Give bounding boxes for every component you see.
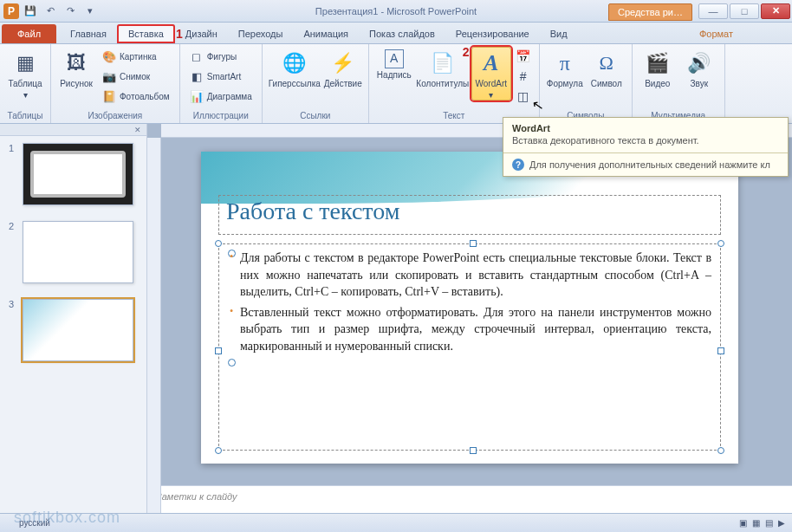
clipart-button[interactable]: 🎨Картинка <box>98 47 174 66</box>
callout-1: 1 <box>176 27 183 41</box>
table-button[interactable]: ▦ Таблица ▾ <box>5 47 45 101</box>
tooltip-body: Вставка декоративного текста в документ. <box>503 135 788 152</box>
slidenumber-button[interactable]: # <box>513 67 534 86</box>
slide-area[interactable]: Работа с текстом Для работы с текстом в … <box>147 138 792 485</box>
shapes-button[interactable]: ◻Фигуры <box>185 47 256 66</box>
audio-label: Звук <box>691 79 709 88</box>
chevron-down-icon: ▾ <box>489 90 493 100</box>
wordart-button[interactable]: A WordArt ▾ <box>471 47 511 101</box>
view-normal-icon[interactable]: ▣ <box>739 518 747 528</box>
maximize-button[interactable]: □ <box>730 3 759 19</box>
symbol-icon: Ω <box>593 49 620 77</box>
symbol-button[interactable]: Ω Символ <box>587 47 626 89</box>
minimize-button[interactable]: — <box>698 3 728 19</box>
shapes-icon: ◻ <box>190 49 204 63</box>
tab-animation[interactable]: Анимация <box>293 24 359 43</box>
quick-access-toolbar: P 💾 ↶ ↷ ▾ <box>0 3 99 20</box>
headerfooter-button[interactable]: 📄 Колонтитулы <box>416 47 470 89</box>
tab-insert[interactable]: Вставка 1 <box>117 24 175 43</box>
bullet-item: Для работы с текстом в редакторе PowerPo… <box>228 250 711 301</box>
datetime-button[interactable]: 📅 <box>513 47 534 66</box>
tab-home[interactable]: Главная <box>60 24 117 43</box>
title-textbox[interactable]: Работа с текстом <box>218 195 721 235</box>
video-button[interactable]: 🎬 Видео <box>638 47 678 89</box>
picture-button[interactable]: 🖼 Рисунок <box>56 47 96 89</box>
thumbnail-row[interactable]: 2 <box>9 221 138 283</box>
thumbnail-slide[interactable] <box>23 299 133 361</box>
help-icon: ? <box>512 159 524 171</box>
action-button[interactable]: ⚡ Действие <box>323 47 363 89</box>
qat-customize-icon[interactable]: ▾ <box>81 3 99 20</box>
thumbnails-list[interactable]: 1 2 3 <box>0 136 146 384</box>
thumbnail-slide[interactable] <box>23 221 133 283</box>
view-sorter-icon[interactable]: ▦ <box>752 518 760 528</box>
slide[interactable]: Работа с текстом Для работы с текстом в … <box>201 152 738 464</box>
workspace: ✕ 1 2 3 Работа с текстом <box>0 124 792 513</box>
redo-icon[interactable]: ↷ <box>62 3 79 20</box>
tab-format[interactable]: Формат <box>684 24 749 43</box>
status-bar: русский ▣ ▦ ▤ ▶ <box>0 513 792 532</box>
thumbnail-slide[interactable] <box>23 143 133 205</box>
audio-icon: 🔊 <box>685 49 713 77</box>
group-links: 🌐 Гиперссылка ⚡ Действие Ссылки <box>263 44 369 123</box>
group-illustrations: ◻Фигуры ◧SmartArt 📊Диаграмма Иллюстрации <box>180 44 263 123</box>
action-icon: ⚡ <box>329 49 357 77</box>
audio-button[interactable]: 🔊 Звук <box>679 47 719 89</box>
equation-button[interactable]: π Формула <box>545 47 585 89</box>
globe-icon: 🌐 <box>281 49 308 77</box>
tooltip-help-text: Для получения дополнительных сведений на… <box>529 159 770 170</box>
clipart-icon: 🎨 <box>102 49 116 63</box>
chart-icon: 📊 <box>190 89 204 103</box>
group-text: A Надпись 📄 Колонтитулы 2 A WordArt ▾ 📅 … <box>369 44 540 123</box>
hyperlink-button[interactable]: 🌐 Гиперссылка <box>268 47 321 89</box>
headerfooter-icon: 📄 <box>429 49 457 77</box>
object-button[interactable]: ◫ <box>513 87 534 106</box>
bullet-item: Вставленный текст можно отформатировать.… <box>228 304 711 355</box>
thumbnails-pane: ✕ 1 2 3 <box>0 124 147 513</box>
table-icon: ▦ <box>11 49 39 77</box>
chevron-down-icon: ▾ <box>23 90 28 100</box>
thumbnails-header[interactable]: ✕ <box>0 124 146 136</box>
save-icon[interactable]: 💾 <box>22 3 39 20</box>
equation-label: Формула <box>547 79 583 88</box>
callout-2: 2 <box>463 45 470 59</box>
group-media: 🎬 Видео 🔊 Звук Мультимедиа <box>633 44 725 123</box>
status-language[interactable]: русский <box>19 518 50 528</box>
tab-review[interactable]: Рецензирование <box>445 24 540 43</box>
undo-icon[interactable]: ↶ <box>42 3 59 20</box>
tab-insert-label: Вставка <box>128 29 164 39</box>
picture-icon: 🖼 <box>62 49 90 77</box>
action-label: Действие <box>324 79 362 88</box>
album-icon: 📔 <box>102 89 116 103</box>
video-icon: 🎬 <box>644 49 672 77</box>
view-reading-icon[interactable]: ▤ <box>765 518 773 528</box>
view-slideshow-icon[interactable]: ▶ <box>778 518 785 528</box>
equation-icon: π <box>551 49 579 77</box>
tab-slideshow[interactable]: Показ слайдов <box>359 24 445 43</box>
photoalbum-button[interactable]: 📔Фотоальбом <box>98 87 174 106</box>
group-tables: ▦ Таблица ▾ Таблицы <box>0 44 51 123</box>
thumbnail-row[interactable]: 1 <box>9 143 138 205</box>
symbol-label: Символ <box>591 79 622 88</box>
notes-pane[interactable]: Заметки к слайду <box>147 485 792 513</box>
picture-label: Рисунок <box>60 79 93 88</box>
textbox-button[interactable]: A Надпись <box>374 47 414 81</box>
file-tab[interactable]: Файл <box>2 24 56 43</box>
chart-button[interactable]: 📊Диаграмма <box>185 87 256 106</box>
app-icon[interactable]: P <box>3 3 19 19</box>
thumbnail-number: 2 <box>9 221 17 283</box>
tab-view[interactable]: Вид <box>540 24 578 43</box>
smartart-button[interactable]: ◧SmartArt <box>185 67 256 86</box>
group-images-label: Изображения <box>56 109 174 123</box>
screenshot-icon: 📷 <box>102 69 116 83</box>
tab-transitions[interactable]: Переходы <box>228 24 294 43</box>
textbox-icon: A <box>385 49 404 68</box>
content-textbox[interactable]: Для работы с текстом в редакторе PowerPo… <box>218 243 721 451</box>
thumbnail-row[interactable]: 3 <box>9 299 138 361</box>
screenshot-button[interactable]: 📷Снимок <box>98 67 174 86</box>
close-button[interactable]: ✕ <box>761 3 790 19</box>
group-tables-label: Таблицы <box>5 109 45 123</box>
video-label: Видео <box>645 79 670 88</box>
table-label: Таблица <box>8 79 42 88</box>
group-links-label: Ссылки <box>268 109 363 123</box>
